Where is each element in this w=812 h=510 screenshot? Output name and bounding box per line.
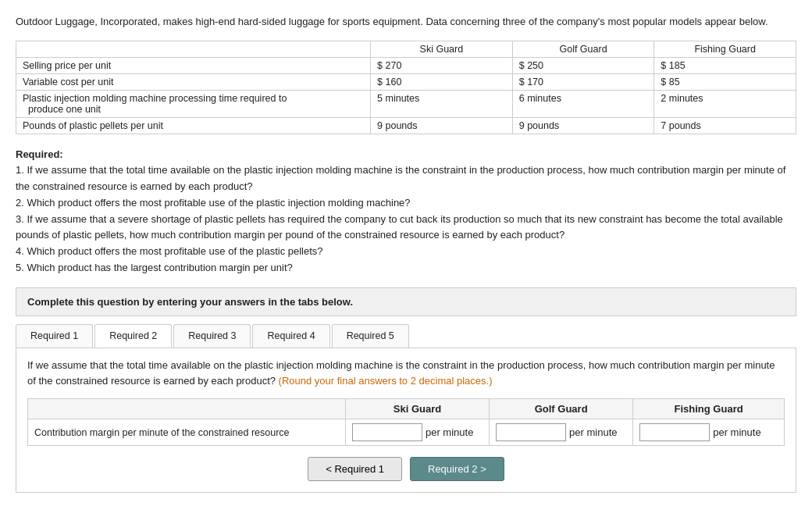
- fishing-processing: 2 minutes: [654, 90, 796, 117]
- complete-instruction-box: Complete this question by entering your …: [16, 287, 796, 316]
- next-button[interactable]: Required 2 >: [410, 457, 504, 481]
- required-title: Required:: [16, 148, 63, 160]
- data-table: Ski Guard Golf Guard Fishing Guard Selli…: [16, 41, 796, 134]
- contribution-margin-label: Contribution margin per minute of the co…: [28, 419, 346, 446]
- tab-question-text: If we assume that the total time availab…: [27, 358, 785, 389]
- fishing-variable: $ 85: [654, 73, 796, 90]
- answer-col-header-golf: Golf Guard: [490, 399, 633, 419]
- fishing-answer-input[interactable]: [639, 423, 710, 441]
- fishing-unit-label: per minute: [713, 426, 760, 438]
- answer-col-header-fishing: Fishing Guard: [633, 399, 785, 419]
- answer-col-header-ski: Ski Guard: [345, 399, 489, 419]
- nav-buttons-container: < Required 1 Required 2 >: [27, 457, 785, 481]
- ski-variable: $ 160: [371, 73, 513, 90]
- ski-unit-label: per minute: [426, 426, 473, 438]
- row-label-pounds: Pounds of plastic pellets per unit: [16, 117, 371, 134]
- golf-selling: $ 250: [512, 57, 654, 73]
- tabs-container: Required 1 Required 2 Required 3 Require…: [16, 324, 796, 348]
- ski-input-cell: per minute: [345, 419, 489, 446]
- ski-selling: $ 270: [371, 57, 513, 73]
- req-item-5: 5. Which product has the largest contrib…: [16, 262, 293, 273]
- complete-instruction-text: Complete this question by entering your …: [27, 296, 353, 308]
- row-label-variable: Variable cost per unit: [16, 73, 371, 90]
- col-header-ski: Ski Guard: [420, 44, 464, 55]
- answer-col-header-empty: [28, 399, 346, 419]
- ski-processing: 5 minutes: [371, 90, 513, 117]
- ski-answer-input[interactable]: [352, 423, 422, 441]
- req-item-3: 3. If we assume that a severe shortage o…: [16, 213, 783, 241]
- required-section: Required: 1. If we assume that the total…: [16, 147, 796, 276]
- row-label-selling: Selling price per unit: [16, 57, 371, 73]
- golf-pounds: 9 pounds: [512, 117, 654, 134]
- tab-required-5[interactable]: Required 5: [332, 324, 409, 348]
- row-label-processing: Plastic injection molding machine proces…: [16, 90, 371, 117]
- col-header-fishing: Fishing Guard: [694, 44, 756, 55]
- golf-input-cell: per minute: [490, 419, 633, 446]
- ski-pounds: 9 pounds: [371, 117, 513, 134]
- tab-content-area: If we assume that the total time availab…: [16, 348, 796, 493]
- golf-answer-input[interactable]: [496, 423, 566, 441]
- req-item-4: 4. Which product offers the most profita…: [16, 245, 323, 257]
- tab-required-4[interactable]: Required 4: [252, 324, 329, 348]
- question-note: (Round your final answers to 2 decimal p…: [279, 375, 493, 387]
- fishing-selling: $ 185: [654, 57, 796, 73]
- prev-button[interactable]: < Required 1: [308, 457, 402, 481]
- intro-paragraph: Outdoor Luggage, Incorporated, makes hig…: [16, 14, 796, 30]
- tab-required-3[interactable]: Required 3: [173, 324, 251, 348]
- golf-processing: 6 minutes: [512, 90, 654, 117]
- answer-table: Ski Guard Golf Guard Fishing Guard Contr…: [27, 398, 785, 446]
- golf-variable: $ 170: [512, 73, 654, 90]
- req-item-1: 1. If we assume that the total time avai…: [16, 164, 785, 192]
- tab-required-2[interactable]: Required 2: [94, 324, 172, 348]
- fishing-input-cell: per minute: [633, 419, 785, 446]
- golf-unit-label: per minute: [569, 426, 617, 438]
- tab-required-1[interactable]: Required 1: [16, 324, 93, 348]
- fishing-pounds: 7 pounds: [654, 117, 796, 134]
- req-item-2: 2. Which product offers the most profita…: [16, 197, 411, 209]
- col-header-golf: Golf Guard: [559, 44, 607, 55]
